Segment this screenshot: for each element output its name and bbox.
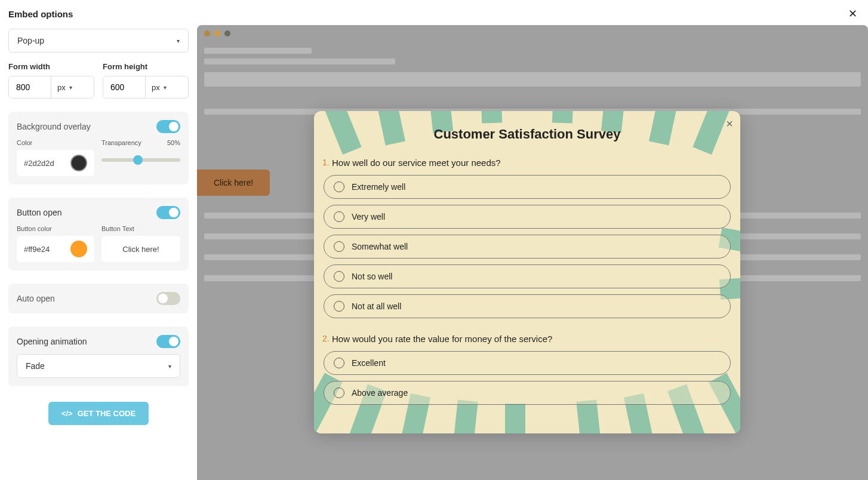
button-color-label: Button color xyxy=(17,225,94,232)
survey-option[interactable]: Extremely well xyxy=(324,175,731,199)
bg-overlay-title: Background overlay xyxy=(17,122,91,131)
survey-option[interactable]: Somewhat well xyxy=(324,235,731,259)
question-number: 1. xyxy=(322,158,330,167)
button-open-title: Button open xyxy=(17,208,62,217)
animation-toggle[interactable] xyxy=(156,335,180,348)
transparency-value: 50% xyxy=(167,139,180,150)
button-color-picker[interactable]: #ff9e24 xyxy=(17,236,94,262)
preview-pane: Click here! xyxy=(197,25,868,480)
animation-select[interactable]: Fade ▾ xyxy=(17,354,180,378)
chevron-down-icon: ▾ xyxy=(69,84,72,91)
slider-thumb[interactable] xyxy=(133,155,143,165)
animation-card: Opening animation Fade ▾ xyxy=(8,327,189,386)
embed-type-value: Pop-up xyxy=(17,36,44,45)
svg-rect-4 xyxy=(552,111,574,124)
form-width-label: Form width xyxy=(8,62,94,71)
auto-open-title: Auto open xyxy=(17,294,55,303)
survey-close-icon[interactable]: × xyxy=(726,117,733,131)
question-2: 2. How would you rate the value for mone… xyxy=(324,334,731,405)
form-width-input[interactable] xyxy=(9,76,51,98)
animation-title: Opening animation xyxy=(17,337,87,346)
background-overlay-card: Background overlay Color #2d2d2d Transpa… xyxy=(8,112,189,184)
bg-color-label: Color xyxy=(17,139,94,146)
code-icon: </> xyxy=(61,409,73,418)
get-code-button[interactable]: </> GET THE CODE xyxy=(48,402,149,425)
auto-open-card: Auto open xyxy=(8,284,189,313)
chevron-down-icon: ▾ xyxy=(164,84,167,91)
radio-icon xyxy=(334,387,344,398)
auto-open-toggle[interactable] xyxy=(156,292,180,305)
survey-option[interactable]: Above average xyxy=(324,381,731,405)
color-swatch-icon xyxy=(70,241,87,257)
transparency-slider[interactable] xyxy=(101,158,180,162)
form-height-input[interactable] xyxy=(103,76,145,98)
skeleton-line xyxy=(204,48,312,54)
survey-popup: × Customer Satisfaction Survey 1. How we… xyxy=(314,111,740,433)
svg-rect-12 xyxy=(505,404,525,433)
question-1: 1. How well do our service meet your nee… xyxy=(324,158,731,318)
radio-icon xyxy=(334,181,344,192)
survey-option[interactable]: Excellent xyxy=(324,351,731,375)
bg-color-picker[interactable]: #2d2d2d xyxy=(17,150,94,176)
skeleton-line xyxy=(204,59,395,64)
skeleton-line xyxy=(204,72,861,87)
question-text: How well do our service meet your needs? xyxy=(332,158,731,168)
radio-icon xyxy=(334,301,344,312)
transparency-label: Transparency xyxy=(101,139,141,146)
radio-icon xyxy=(334,271,344,282)
radio-icon xyxy=(334,358,344,368)
form-height-label: Form height xyxy=(103,62,189,71)
preview-open-button[interactable]: Click here! xyxy=(197,170,270,196)
svg-rect-3 xyxy=(481,111,502,124)
survey-option[interactable]: Very well xyxy=(324,205,731,229)
chevron-down-icon: ▾ xyxy=(177,38,180,44)
button-open-card: Button open Button color #ff9e24 Button … xyxy=(8,198,189,270)
bg-overlay-toggle[interactable] xyxy=(156,120,180,133)
button-text-input[interactable]: Click here! xyxy=(101,236,180,262)
page-title: Embed options xyxy=(8,9,73,19)
survey-title: Customer Satisfaction Survey xyxy=(314,127,740,142)
question-number: 2. xyxy=(322,334,330,343)
embed-type-select[interactable]: Pop-up ▾ xyxy=(8,29,189,53)
form-height-unit-select[interactable]: px ▾ xyxy=(145,76,173,98)
button-text-label: Button Text xyxy=(101,225,180,232)
survey-option[interactable]: Not at all well xyxy=(324,294,731,318)
window-controls-icon xyxy=(204,30,230,36)
radio-icon xyxy=(334,241,344,252)
close-icon[interactable]: ✕ xyxy=(846,7,860,20)
form-width-unit-select[interactable]: px ▾ xyxy=(51,76,78,98)
options-sidebar: Pop-up ▾ Form width px ▾ Form height xyxy=(0,25,197,480)
survey-option[interactable]: Not so well xyxy=(324,264,731,288)
chevron-down-icon: ▾ xyxy=(168,363,171,370)
button-open-toggle[interactable] xyxy=(156,206,180,219)
radio-icon xyxy=(334,211,344,222)
color-swatch-icon xyxy=(70,155,87,171)
question-text: How would you rate the value for money o… xyxy=(332,334,731,344)
